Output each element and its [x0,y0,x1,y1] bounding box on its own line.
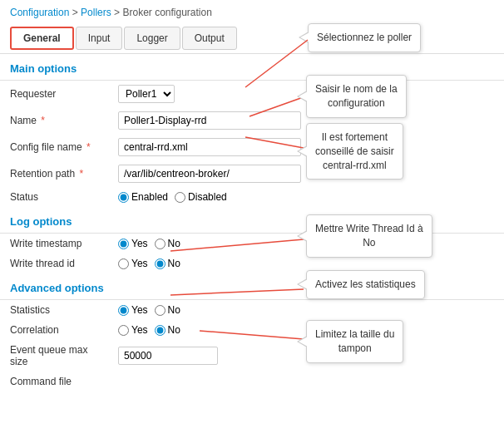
tooltip-central-rrd: Il est fortement conseillé de saisir cen… [306,123,403,180]
tooltip-buffer-size: Limitez la taille du tampon [306,320,403,363]
command-file-label: Command file [10,376,72,387]
config-file-row: Config file name * [0,134,504,160]
name-label: Name [10,115,37,126]
correlation-yes[interactable] [118,325,129,336]
tooltip-statistics: Activez les statistiques [306,270,425,299]
correlation-label: Correlation [10,324,59,336]
status-disabled-radio[interactable] [175,192,185,203]
write-timestamp-no[interactable] [155,239,166,249]
status-row: Status Enabled Disabled [0,187,504,207]
write-thread-yes[interactable] [118,258,129,269]
status-label: Status [10,191,38,203]
requester-label: Requester [10,88,56,100]
tab-logger[interactable]: Logger [124,27,180,50]
statistics-yes[interactable] [118,305,129,316]
status-enabled-radio[interactable] [118,192,129,203]
breadcrumb-pollers[interactable]: Pollers [81,7,111,18]
tooltip-select-poller: Sélectionnez le poller [308,23,421,52]
statistics-row: Statistics Yes No [0,300,504,320]
wtid-yes-label[interactable]: Yes [118,258,148,269]
tab-general[interactable]: General [10,27,74,50]
retention-path-row: Retention path * [0,160,504,187]
section-advanced-options: Advanced options [0,273,504,300]
write-thread-no[interactable] [155,258,166,269]
corr-no-label[interactable]: No [155,324,180,336]
wtid-no-label[interactable]: No [155,258,180,269]
event-queue-row: Event queue max size [0,340,504,372]
corr-yes-label[interactable]: Yes [118,324,148,336]
write-timestamp-label: Write timestamp [10,238,82,249]
statistics-no[interactable] [155,305,166,316]
statistics-label: Statistics [10,304,50,316]
requester-row: Requester Poller1 [0,81,504,107]
config-file-label: Config file name [10,141,82,153]
status-disabled-label[interactable]: Disabled [175,191,227,203]
write-thread-label: Write thread id [10,258,75,269]
correlation-row: Correlation Yes No [0,320,504,340]
name-input[interactable] [118,111,301,130]
tooltip-config-name: Saisir le nom de la configuration [306,75,407,118]
wt-yes-label[interactable]: Yes [118,238,148,249]
breadcrumb-configuration[interactable]: Configuration [10,7,69,18]
stats-yes-label[interactable]: Yes [118,304,148,316]
status-enabled-label[interactable]: Enabled [118,191,168,203]
command-file-row: Command file [0,372,504,391]
breadcrumb-current: Broker configuration [122,7,211,18]
tooltip-write-thread: Mettre Write Thread Id à No [306,214,432,258]
requester-select[interactable]: Poller1 [118,85,175,103]
write-timestamp-yes[interactable] [118,239,129,249]
tabs-row: General Input Logger Output [0,23,504,54]
wt-no-label[interactable]: No [155,238,180,249]
retention-path-input[interactable] [118,165,301,183]
event-queue-label: Event queue max size [10,344,87,367]
retention-path-label: Retention path [10,168,75,180]
correlation-no[interactable] [155,325,166,336]
breadcrumb: Configuration > Pollers > Broker configu… [0,0,504,23]
tab-output[interactable]: Output [182,27,237,50]
name-row: Name * [0,107,504,134]
tab-input[interactable]: Input [76,27,123,50]
event-queue-input[interactable] [118,347,218,365]
section-main-options: Main options [0,54,504,81]
stats-no-label[interactable]: No [155,304,180,316]
config-file-input[interactable] [118,138,301,156]
